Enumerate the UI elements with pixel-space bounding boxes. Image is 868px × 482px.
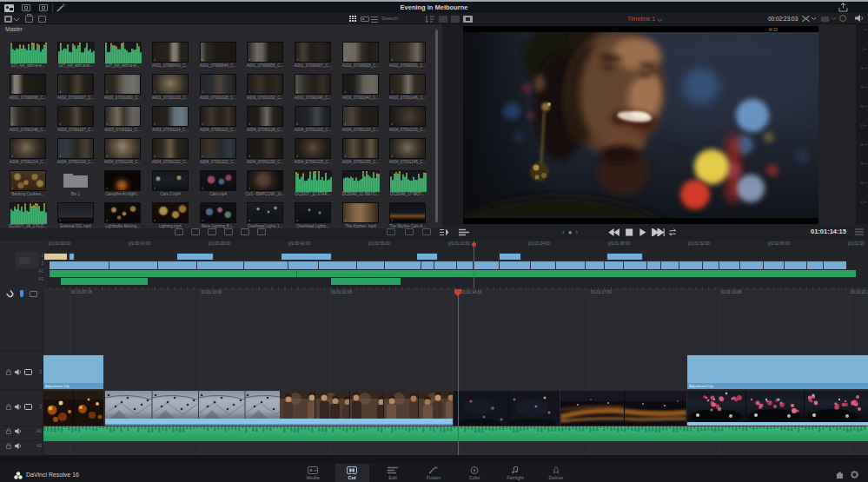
svg-text:M 31: M 31 bbox=[769, 28, 779, 32]
